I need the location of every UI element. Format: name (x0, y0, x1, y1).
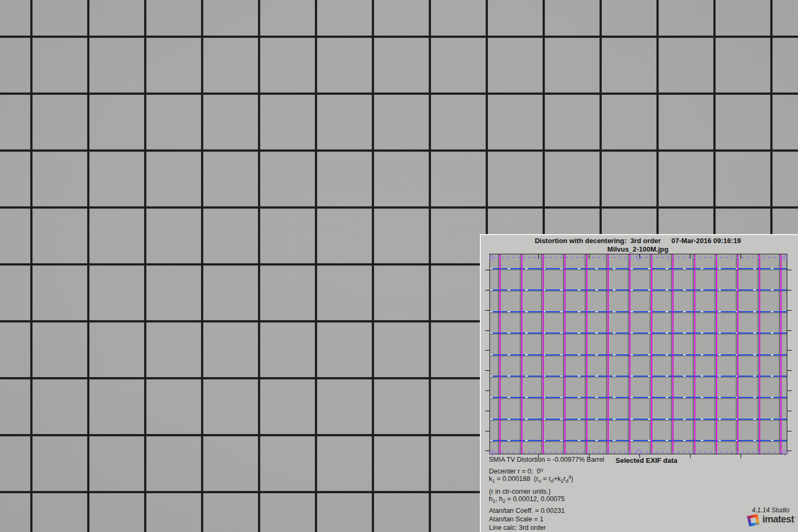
axis-tick (485, 350, 489, 351)
axis-tick (485, 431, 489, 431)
photo-grid-line (490, 398, 787, 399)
fitted-horizontal-line (490, 419, 787, 420)
detected-vertical-line (500, 254, 501, 454)
axis-tick (787, 451, 792, 451)
axis-tick (787, 330, 792, 331)
detected-vertical-line (672, 254, 674, 454)
chart-grid-vertical-line (429, 0, 431, 532)
decenter-value: Decenter r = 0; 0o (489, 468, 543, 476)
axis-tick (787, 431, 792, 431)
axis-tick (639, 254, 640, 259)
distortion-grid-plot (489, 254, 787, 454)
imatest-logo-icon-hole (750, 517, 757, 523)
detected-vertical-line (780, 254, 782, 454)
detected-vertical-line (651, 254, 652, 454)
fitted-horizontal-line (490, 332, 787, 334)
axis-tick (485, 290, 489, 290)
units-note: (r in ctr-corner units.) (489, 488, 551, 496)
plot-title-text: Distortion with decentering: 3rd order (535, 237, 661, 245)
chart-grid-vertical-line (201, 0, 203, 532)
axis-tick (589, 254, 589, 259)
chart-grid-horizontal-line (0, 149, 798, 152)
line-calc-order: Line calc: 3rd order (489, 525, 546, 532)
axis-tick (485, 390, 489, 391)
fitted-horizontal-line (490, 440, 787, 441)
fitted-horizontal-line (490, 376, 787, 377)
version-label: 4.1.14 Studio (752, 506, 789, 514)
chart-grid-vertical-line (87, 0, 89, 532)
atan-tan-scale: Atan/tan Scale = 1 (489, 516, 544, 523)
detected-vertical-line (564, 254, 566, 454)
axis-tick (787, 290, 792, 290)
axis-tick (485, 370, 489, 371)
registered-mark-icon: ◦ (795, 514, 796, 520)
roi-corner-marker-icon (635, 254, 642, 261)
chart-grid-horizontal-line (0, 36, 798, 38)
axis-tick (787, 270, 792, 270)
axis-tick (787, 411, 792, 411)
axis-tick (787, 370, 792, 371)
axis-tick (485, 451, 489, 451)
roi-corner-marker-icon (489, 254, 496, 261)
axis-tick (485, 330, 489, 331)
axis-tick (485, 310, 489, 311)
photo-grid-line (490, 269, 787, 270)
fitted-horizontal-line (490, 311, 787, 312)
detected-vertical-line (521, 254, 522, 454)
chart-grid-vertical-line (30, 0, 32, 532)
axis-tick (690, 454, 691, 458)
chart-grid-horizontal-line (0, 206, 798, 209)
detected-vertical-line (759, 254, 760, 454)
detected-vertical-line (608, 254, 609, 454)
photo-grid-line (490, 355, 787, 356)
chart-grid-vertical-line (144, 0, 146, 532)
axis-tick (741, 454, 741, 458)
detected-vertical-line (586, 254, 587, 454)
h1-h2-values: h1, h2 = 0.00012, 0.00075 (489, 496, 564, 503)
k1-coefficient-formula: k1 = 0.000188 (ru = rd+k1rd3) (489, 476, 573, 483)
fitted-horizontal-line (490, 397, 787, 398)
imatest-logo-text: imatest (762, 514, 794, 525)
analyzed-filename: Milvus_2-100M.jpg (489, 245, 786, 253)
detected-vertical-line (694, 254, 695, 454)
photo-grid-line (490, 312, 787, 313)
photo-grid-line (490, 420, 787, 421)
photo-grid-line (490, 377, 787, 378)
fitted-horizontal-line (490, 289, 787, 290)
axis-tick (690, 254, 691, 259)
axis-tick (787, 390, 792, 391)
exif-header: Selected EXIF data (616, 456, 677, 464)
axis-tick (538, 254, 539, 259)
imatest-distortion-panel: Distortion with decentering: 3rd order07… (480, 234, 798, 532)
fitted-horizontal-line (490, 268, 787, 269)
chart-grid-horizontal-line (0, 93, 798, 95)
detected-vertical-line (737, 254, 738, 454)
detected-vertical-line (629, 254, 630, 454)
detected-vertical-line (543, 254, 544, 454)
fitted-horizontal-line (490, 354, 787, 355)
roi-corner-marker-icon (635, 449, 642, 456)
axis-tick (741, 254, 741, 259)
axis-tick (787, 350, 792, 351)
photo-grid-line (490, 334, 787, 335)
roi-corner-marker-icon (489, 449, 496, 456)
plot-title: Distortion with decentering: 3rd order07… (489, 237, 786, 245)
detected-vertical-line (716, 254, 717, 454)
chart-grid-vertical-line (372, 0, 374, 532)
atan-tan-coeff: Atan/tan Coeff. = 0.00231 (489, 508, 565, 515)
photo-grid-line (490, 441, 787, 442)
axis-tick (485, 411, 489, 411)
photo-grid-line (490, 290, 787, 292)
chart-grid-vertical-line (315, 0, 317, 532)
axis-tick (787, 310, 792, 311)
smia-tv-distortion-value: SMIA TV Distortion = -0.00977% Barrel (489, 456, 604, 464)
roi-corner-marker-icon (782, 254, 788, 261)
chart-grid-vertical-line (258, 0, 260, 532)
imatest-logo-icon (747, 514, 760, 527)
plot-timestamp: 07-Mar-2016 09:16:19 (671, 237, 741, 245)
axis-tick (485, 270, 489, 270)
